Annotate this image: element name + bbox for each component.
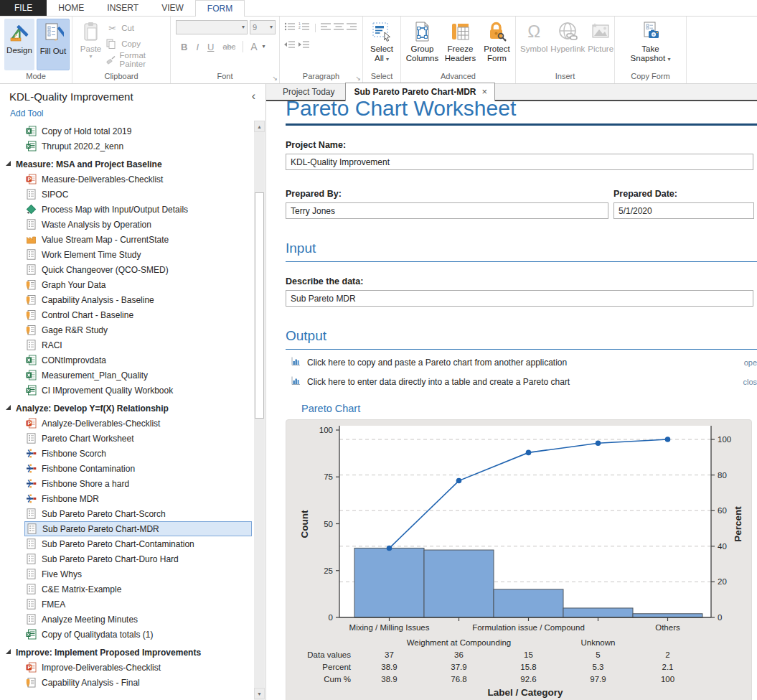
project-name-input[interactable] [286, 154, 753, 170]
ribbon-tab-insert[interactable]: INSERT [95, 0, 150, 16]
enter-data-link-row: Click here to enter data directly into a… [286, 375, 757, 388]
sidebar-item[interactable]: Pareto Chart Worksheet [0, 431, 253, 446]
enter-data-link[interactable]: Click here to enter data directly into a… [307, 377, 570, 387]
tree-expanded-icon[interactable] [6, 161, 11, 166]
align-right-icon[interactable] [347, 22, 357, 34]
sidebar-item[interactable]: Process Map with Input/Output Details [0, 202, 253, 217]
sidebar-section-header[interactable]: Analyze: Develop Y=f(X) Relationship [0, 401, 253, 416]
sidebar-item[interactable]: Sub Pareto Pareto Chart-Scorch [0, 506, 253, 521]
design-button[interactable]: Design [4, 19, 34, 70]
prepared-by-input[interactable] [286, 202, 608, 219]
sidebar-item[interactable]: Control Chart - Baseline [0, 307, 253, 322]
font-size-combobox[interactable]: 9▾ [250, 20, 276, 34]
numbered-list-icon[interactable]: 12 [298, 22, 310, 34]
align-left-icon[interactable] [321, 22, 331, 34]
sidebar-item[interactable]: Fishbone Scorch [0, 446, 253, 461]
sidebar-section-header[interactable]: Measure: MSA and Project Baseline [0, 157, 253, 172]
cut-button[interactable]: ✂ Cut [103, 20, 169, 36]
paste-pareto-link[interactable]: Click here to copy and paste a Pareto ch… [307, 358, 567, 368]
sidebar-item-label: CI IMprovement Quality Workbook [42, 386, 173, 396]
font-name-combobox[interactable]: ▾ [176, 20, 248, 34]
describe-data-input[interactable] [286, 290, 753, 307]
bold-button[interactable]: B [177, 41, 191, 53]
tab-sub-pareto-chart-mdr[interactable]: Sub Pareto Pareto Chart-MDR × [345, 83, 496, 101]
collapse-sidebar-icon[interactable]: ‹ [246, 90, 261, 103]
font-color-dropdown-arrow[interactable]: ▾ [263, 44, 265, 50]
select-all-button[interactable]: Select All ▾ [365, 19, 398, 70]
underline-button[interactable]: U [204, 41, 217, 53]
sidebar-item[interactable]: Gage R&R Study [0, 322, 253, 337]
sidebar-item[interactable]: Five Whys [0, 566, 253, 582]
paste-dropdown-arrow[interactable]: ▾ [90, 54, 93, 60]
sidebar-item[interactable]: C&E Matrix-Example [0, 582, 253, 597]
ribbon-tab-home[interactable]: HOME [47, 0, 95, 16]
scroll-down-icon[interactable]: ▼ [254, 688, 265, 699]
sidebar-scrollbar[interactable]: ▲ ▼ [254, 121, 265, 700]
sidebar-item[interactable]: Fishbone Contamination [0, 461, 253, 476]
sidebar-item[interactable]: Sub Pareto Pareto Chart-Contamination [0, 536, 253, 551]
strikethrough-button[interactable]: abc [219, 42, 239, 52]
align-center-icon[interactable] [334, 22, 344, 34]
font-dialog-launcher-icon[interactable]: ↘ [272, 75, 278, 82]
sidebar-item[interactable]: Work Element Time Study [0, 247, 253, 262]
sidebar-item[interactable]: CI IMprovement Quality Workbook [0, 383, 253, 398]
bullet-list-icon[interactable] [284, 22, 296, 34]
sidebar-item[interactable]: Value Stream Map - CurrentState [0, 232, 253, 247]
copy-button[interactable]: Copy [103, 36, 169, 52]
take-snapshot-button[interactable]: Take Snapshot ▾ [625, 19, 677, 70]
paragraph-dialog-launcher-icon[interactable]: ↘ [355, 75, 361, 82]
sidebar-item[interactable]: Sub Pareto Pareto Chart-Duro Hard [0, 551, 253, 566]
symbol-button[interactable]: Ω Symbol [519, 19, 549, 70]
font-color-button[interactable]: A [247, 40, 260, 53]
close-tab-icon[interactable]: × [482, 86, 488, 97]
sidebar-item[interactable]: PAnalyze-Deliverables-Checklist [0, 416, 253, 431]
sidebar-item[interactable]: RACI [0, 337, 253, 353]
ribbon-tab-file[interactable]: FILE [0, 0, 47, 16]
sidebar-item[interactable]: Capability Analysis - Final [0, 675, 253, 690]
add-tool-link[interactable]: Add Tool [0, 104, 265, 123]
sidebar-item[interactable]: Fishbone MDR [0, 491, 253, 506]
sidebar-section-header[interactable]: Improve: Implement Proposed Improvements [0, 645, 253, 660]
increase-indent-icon[interactable] [298, 39, 310, 52]
scroll-up-icon[interactable]: ▲ [254, 121, 265, 132]
tree-expanded-icon[interactable] [6, 405, 11, 410]
decrease-indent-icon[interactable] [284, 39, 296, 52]
group-columns-button[interactable]: Group Columns [404, 19, 441, 70]
sidebar-item[interactable]: SIPOC [0, 187, 253, 202]
sidebar-item[interactable]: Capability Analysis - Baseline [0, 292, 253, 307]
protect-form-button[interactable]: Protect Form [480, 19, 514, 70]
fill-out-button[interactable]: Fill Out [37, 19, 70, 70]
sidebar-item[interactable]: PImprove-Deliverables-Checklist [0, 660, 253, 675]
sidebar-item[interactable]: Copy of Qualitydata totals (1) [0, 627, 253, 642]
ribbon-tab-form[interactable]: FORM [195, 0, 245, 17]
freeze-headers-button[interactable]: Freeze Headers [442, 19, 479, 70]
group-label-clipboard: Clipboard [72, 71, 170, 83]
sidebar-item[interactable]: Copy of Hold total 2019 [0, 123, 253, 139]
sidebar-item[interactable]: FMEA [0, 597, 253, 612]
tab-project-today[interactable]: Project Today [273, 84, 345, 100]
sidebar-item[interactable]: Quick Changeover (QCO-SMED) [0, 262, 253, 277]
sidebar-item[interactable]: Fishbone Shore a hard [0, 476, 253, 491]
ribbon-group-mode: Design Fill Out Mode [0, 17, 72, 83]
italic-button[interactable]: I [192, 41, 202, 53]
picture-button[interactable]: Picture [586, 19, 615, 70]
sidebar-item[interactable]: Measurement_Plan_Quality [0, 368, 253, 383]
sidebar-item[interactable]: CONtImprovdata [0, 353, 253, 368]
ribbon-tab-view[interactable]: VIEW [150, 0, 195, 16]
paste-button[interactable]: Paste ▾ [78, 19, 103, 70]
hyperlink-button[interactable]: Hyperlink [549, 19, 586, 70]
sidebar-item[interactable]: Sub Pareto Pareto Chart-MDR [24, 521, 252, 536]
sidebar-item[interactable]: Analyze Meeting Minutes [0, 612, 253, 627]
sidebar-item[interactable]: Waste Analysis by Operation [0, 217, 253, 232]
ppt-icon: P [26, 174, 37, 185]
mini-bar-chart-icon [291, 375, 301, 388]
format-painter-button[interactable]: Format Painter [103, 52, 169, 67]
sidebar-item[interactable]: Graph Your Data [0, 277, 253, 292]
sidebar-item[interactable]: Thruput 2020.2_kenn [0, 139, 253, 154]
open-link-clipped[interactable]: ope [744, 358, 757, 367]
tree-expanded-icon[interactable] [6, 649, 11, 654]
prepared-date-input[interactable] [613, 202, 754, 219]
scrollbar-thumb[interactable] [255, 192, 264, 419]
close-link-clipped[interactable]: clos [743, 378, 757, 386]
sidebar-item[interactable]: PMeasure-Deliverables-Checklist [0, 172, 253, 187]
